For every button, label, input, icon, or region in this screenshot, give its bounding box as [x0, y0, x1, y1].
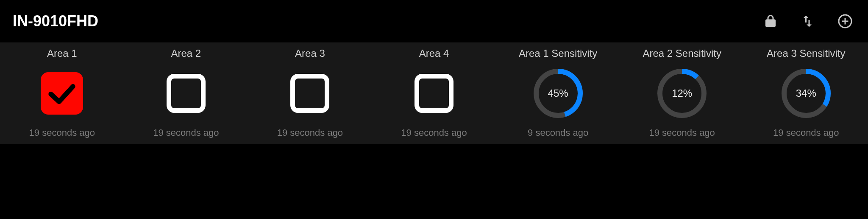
swap-vert-icon[interactable]: [798, 11, 818, 31]
gauge-label: 34%: [779, 66, 833, 121]
tile-title: Area 1 Sensitivity: [519, 48, 597, 59]
tile-title: Area 2: [171, 48, 201, 59]
tile-sub: 9 seconds ago: [528, 127, 588, 138]
topbar-actions: [760, 11, 855, 31]
tile-area-2: Area 2 19 seconds ago: [124, 42, 248, 144]
plus-circle-icon[interactable]: [835, 11, 855, 31]
page-title: IN-9010FHD: [13, 12, 98, 30]
gauge-area-3[interactable]: 34%: [779, 66, 833, 121]
gauge-label: 12%: [655, 66, 709, 121]
tile-area-3: Area 3 19 seconds ago: [248, 42, 372, 144]
tile-title: Area 4: [419, 48, 449, 59]
lock-icon[interactable]: [760, 11, 781, 31]
checkbox-area-1[interactable]: [41, 72, 83, 115]
tile-title: Area 1: [47, 48, 77, 59]
gauge-area-1[interactable]: 45%: [531, 66, 585, 121]
checkbox-area-3[interactable]: [290, 74, 329, 113]
tile-sub: 19 seconds ago: [153, 127, 219, 138]
tile-sensitivity-2: Area 2 Sensitivity 12% 19 seconds ago: [620, 42, 744, 144]
tile-sub: 19 seconds ago: [649, 127, 715, 138]
gauge-area-2[interactable]: 12%: [655, 66, 709, 121]
tile-sensitivity-1: Area 1 Sensitivity 45% 9 seconds ago: [496, 42, 620, 144]
tile-sub: 19 seconds ago: [29, 127, 95, 138]
tile-sensitivity-3: Area 3 Sensitivity 34% 19 seconds ago: [744, 42, 868, 144]
tile-title: Area 3 Sensitivity: [767, 48, 845, 59]
tiles-panel: Area 1 19 seconds ago Area 2 19 seconds …: [0, 42, 868, 144]
topbar: IN-9010FHD: [0, 0, 868, 42]
tile-area-4: Area 4 19 seconds ago: [372, 42, 496, 144]
checkbox-area-2[interactable]: [167, 74, 206, 113]
tile-sub: 19 seconds ago: [277, 127, 343, 138]
tile-title: Area 3: [295, 48, 325, 59]
tile-sub: 19 seconds ago: [401, 127, 467, 138]
tile-area-1: Area 1 19 seconds ago: [0, 42, 124, 144]
gauge-label: 45%: [531, 66, 585, 121]
tile-title: Area 2 Sensitivity: [643, 48, 721, 59]
checkbox-area-4[interactable]: [415, 74, 453, 113]
tile-sub: 19 seconds ago: [773, 127, 839, 138]
